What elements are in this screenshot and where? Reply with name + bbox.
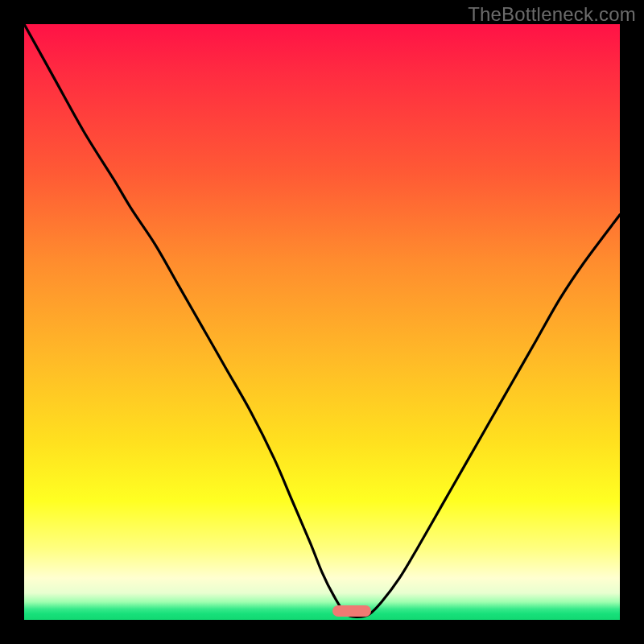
bottleneck-curve [24,24,620,620]
optimum-marker [332,605,371,617]
chart-frame: TheBottleneck.com [0,0,644,644]
watermark-text: TheBottleneck.com [468,3,636,26]
plot-area [24,24,620,620]
